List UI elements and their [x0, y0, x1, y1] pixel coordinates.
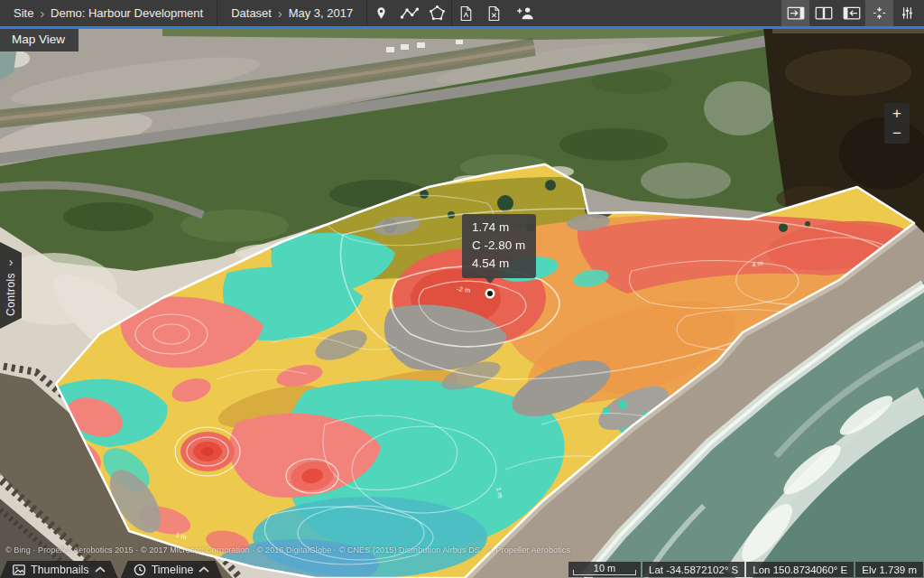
polygon-area-button[interactable]: [423, 0, 451, 26]
export-pdf-button[interactable]: [452, 0, 480, 26]
dataset-value: May 3, 2017: [289, 6, 354, 20]
chevron-right-icon: ›: [278, 7, 282, 20]
view-settings-button[interactable]: [893, 0, 921, 26]
survey-marker[interactable]: [485, 289, 495, 299]
tooltip-line-1: 1.74 m: [472, 219, 525, 237]
tooltip-line-3: 4.54 m: [472, 255, 525, 273]
propeller-map-app: -2 m 4 m 1 m 1 m Site › Demo: Harbour De…: [0, 0, 924, 578]
breadcrumb-site[interactable]: Site › Demo: Harbour Development: [0, 0, 217, 26]
clock-icon: [134, 564, 146, 576]
sliders-icon: [900, 5, 915, 21]
map-attribution: © Bing · Propeller Aerobotics 2015 · © 2…: [5, 545, 570, 555]
image-icon: [13, 564, 25, 575]
add-user-icon: [516, 5, 536, 21]
breadcrumb-dataset[interactable]: Dataset › May 3, 2017: [217, 0, 366, 26]
split-view-icon: [815, 6, 833, 20]
top-toolbar: Site › Demo: Harbour Development Dataset…: [0, 0, 924, 26]
polygon-icon: [430, 5, 445, 21]
dataset-label: Dataset: [231, 6, 272, 20]
panel-left-button[interactable]: [837, 0, 865, 26]
zoom-out-button[interactable]: −: [884, 124, 910, 144]
pdf-file-icon: [459, 5, 473, 22]
controls-panel-tab[interactable]: › Controls: [0, 242, 22, 329]
tooltip-line-2: C -2.80 m: [472, 237, 525, 255]
scale-bar: 10 m: [568, 562, 641, 577]
xls-file-icon: [487, 5, 501, 22]
timeline-accent-bar: [0, 26, 924, 29]
chevron-right-icon: ›: [40, 7, 44, 20]
site-label: Site: [14, 6, 33, 20]
marker-pin-button[interactable]: [367, 0, 395, 26]
polyline-icon: [400, 6, 419, 21]
layout-controls: [781, 0, 924, 26]
chevron-up-icon: [95, 566, 106, 573]
share-add-user-button[interactable]: [508, 0, 544, 26]
controls-tab-label: Controls: [5, 273, 17, 316]
panel-right-icon: [787, 6, 805, 20]
marker-pin-icon: [374, 5, 388, 21]
polyline-measure-button[interactable]: [395, 0, 423, 26]
chevron-right-icon: ›: [9, 256, 14, 268]
elevation-readout: Elv 1.739 m: [855, 562, 923, 577]
latitude-readout: Lat -34.5872102° S: [642, 562, 744, 577]
elevation-tooltip: 1.74 m C -2.80 m 4.54 m: [462, 214, 536, 278]
thumbnails-tab[interactable]: Thumbnails: [0, 561, 118, 578]
zoom-control: + −: [884, 103, 910, 144]
chevron-up-icon: [199, 566, 209, 573]
timeline-tab[interactable]: Timeline: [121, 561, 223, 578]
thumbnails-tab-label: Thumbnails: [31, 564, 89, 576]
panel-right-button[interactable]: [781, 0, 809, 26]
split-view-button[interactable]: [809, 0, 837, 26]
scale-ruler-icon: [573, 570, 636, 575]
zoom-in-button[interactable]: +: [884, 103, 910, 124]
timeline-tab-label: Timeline: [152, 564, 194, 576]
site-value: Demo: Harbour Development: [51, 6, 203, 20]
export-spreadsheet-button[interactable]: [480, 0, 508, 26]
longitude-readout: Lon 150.8734060° E: [746, 562, 854, 577]
collapse-arrows-icon: [872, 5, 887, 21]
panel-left-icon: [843, 6, 861, 20]
collapse-view-button[interactable]: [865, 0, 893, 26]
map-3d-canvas[interactable]: -2 m 4 m 1 m 1 m: [0, 0, 924, 578]
status-bar: 10 m Lat -34.5872102° S Lon 150.8734060°…: [568, 562, 923, 577]
bottom-panel-tabs: Thumbnails Timeline: [0, 561, 222, 578]
map-view-label: Map View: [0, 28, 79, 51]
